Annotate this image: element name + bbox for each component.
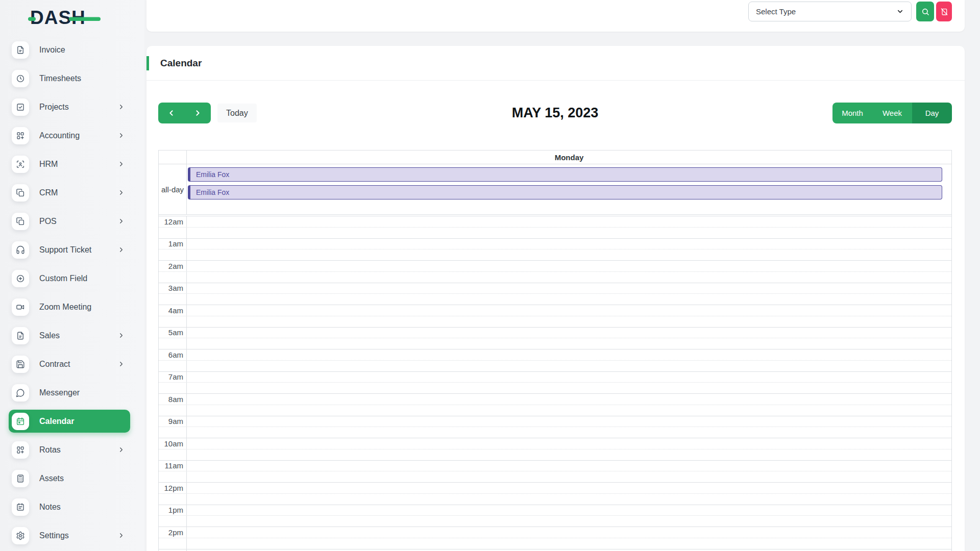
- all-day-event[interactable]: Emilia Fox: [188, 185, 942, 199]
- sidebar-item-contract[interactable]: Contract: [9, 353, 130, 375]
- sidebar-item-calendar[interactable]: Calendar: [9, 410, 130, 433]
- time-slot-cell[interactable]: [187, 427, 951, 438]
- time-slot-cell[interactable]: [187, 494, 951, 505]
- time-label: [159, 494, 187, 505]
- sidebar-item-projects[interactable]: Projects: [9, 95, 130, 118]
- prev-day-button[interactable]: [158, 103, 185, 123]
- time-slot-cell[interactable]: [187, 228, 951, 238]
- card-body: Today MAY 15, 2023 MonthWeekDay Monday a…: [146, 81, 965, 551]
- time-slot-row: [159, 516, 951, 527]
- time-label: [159, 272, 187, 283]
- chevron-left-icon: [167, 109, 176, 117]
- calendar-card: Calendar Today MAY 15, 2023 MonthWeekDay: [146, 46, 965, 551]
- time-slot-cell[interactable]: [187, 438, 951, 449]
- sidebar-item-pos[interactable]: POS: [9, 210, 130, 233]
- chevron-right-icon: [117, 103, 125, 111]
- card-header: Calendar: [146, 46, 965, 81]
- sidebar-item-label: HRM: [39, 160, 117, 169]
- sidebar-item-invoice[interactable]: Invoice: [9, 38, 130, 61]
- sidebar-item-timesheets[interactable]: Timesheets: [9, 67, 130, 90]
- time-label: [159, 249, 187, 260]
- sidebar-item-zoom-meeting[interactable]: Zoom Meeting: [9, 295, 130, 318]
- time-slot-row: [159, 272, 951, 283]
- sidebar-item-label: Calendar: [39, 417, 125, 426]
- time-slot-cell[interactable]: [187, 361, 951, 371]
- time-slot-cell[interactable]: [187, 383, 951, 393]
- sidebar-item-sales[interactable]: Sales: [9, 324, 130, 347]
- time-slot-row: [159, 405, 951, 416]
- time-slot-row: 1pm: [159, 505, 951, 516]
- time-slot-cell[interactable]: [187, 216, 951, 227]
- time-slot-cell[interactable]: [187, 239, 951, 249]
- sidebar-item-label: Accounting: [39, 131, 117, 140]
- search-icon: [921, 8, 929, 16]
- time-slot-cell[interactable]: [187, 461, 951, 471]
- time-slot-row: [159, 494, 951, 505]
- clear-filter-icon: [940, 8, 948, 16]
- time-slot-cell[interactable]: [187, 516, 951, 527]
- time-slot-cell[interactable]: [187, 305, 951, 316]
- sidebar-item-accounting[interactable]: Accounting: [9, 124, 130, 147]
- crm-icon: [12, 184, 29, 202]
- time-slot-cell[interactable]: [187, 316, 951, 327]
- all-day-events-area[interactable]: Emilia FoxEmilia Fox: [187, 164, 951, 214]
- search-button[interactable]: [916, 2, 934, 21]
- time-slot-cell[interactable]: [187, 394, 951, 405]
- time-label: 2am: [159, 261, 187, 271]
- dash-logo[interactable]: DASH: [28, 7, 105, 29]
- event-title: Emilia Fox: [196, 188, 229, 196]
- clear-filter-button[interactable]: [936, 2, 952, 21]
- select-type-dropdown[interactable]: Select Type: [748, 2, 912, 21]
- time-label: [159, 228, 187, 238]
- next-day-button[interactable]: [185, 103, 211, 123]
- sidebar-item-label: Settings: [39, 531, 117, 540]
- page-title: Calendar: [160, 58, 202, 69]
- time-slot-cell[interactable]: [187, 349, 951, 360]
- sidebar-item-hrm[interactable]: HRM: [9, 153, 130, 176]
- chevron-right-icon: [117, 446, 125, 454]
- notes-icon: [12, 498, 29, 516]
- sidebar-item-rotas[interactable]: Rotas: [9, 438, 130, 461]
- time-slot-cell[interactable]: [187, 328, 951, 338]
- time-slot-row: 5am: [159, 328, 951, 339]
- time-label: 6am: [159, 349, 187, 360]
- time-slot-cell[interactable]: [187, 338, 951, 349]
- time-slot-cell[interactable]: [187, 471, 951, 482]
- view-button-week[interactable]: Week: [872, 103, 912, 123]
- time-slot-cell[interactable]: [187, 416, 951, 427]
- time-slot-cell[interactable]: [187, 549, 951, 551]
- time-slot-cell[interactable]: [187, 261, 951, 271]
- time-slot-cell[interactable]: [187, 405, 951, 416]
- time-slot-cell[interactable]: [187, 527, 951, 538]
- time-slot-cell[interactable]: [187, 505, 951, 516]
- time-slot-row: [159, 249, 951, 261]
- date-nav-group: [158, 103, 211, 123]
- sidebar-item-crm[interactable]: CRM: [9, 181, 130, 204]
- view-switcher: MonthWeekDay: [832, 103, 952, 123]
- sidebar-item-label: Assets: [39, 474, 125, 483]
- time-label: 4am: [159, 305, 187, 316]
- time-slot-cell[interactable]: [187, 538, 951, 549]
- time-slot-cell[interactable]: [187, 372, 951, 383]
- sidebar-item-messenger[interactable]: Messenger: [9, 381, 130, 404]
- sidebar-item-assets[interactable]: Assets: [9, 467, 130, 490]
- time-slot-cell[interactable]: [187, 249, 951, 260]
- view-button-day[interactable]: Day: [912, 103, 952, 123]
- time-slot-cell[interactable]: [187, 449, 951, 460]
- chevron-right-icon: [117, 160, 125, 168]
- sidebar-item-settings[interactable]: Settings: [9, 524, 130, 547]
- sidebar-item-custom-field[interactable]: Custom Field: [9, 267, 130, 290]
- view-button-month[interactable]: Month: [832, 103, 872, 123]
- sidebar-item-support-ticket[interactable]: Support Ticket: [9, 238, 130, 261]
- time-label: [159, 471, 187, 482]
- time-label: 5am: [159, 328, 187, 338]
- time-slot-cell[interactable]: [187, 294, 951, 305]
- time-slot-cell[interactable]: [187, 283, 951, 294]
- accounting-icon: [12, 127, 29, 144]
- sidebar-item-notes[interactable]: Notes: [9, 495, 130, 518]
- today-button[interactable]: Today: [217, 104, 257, 122]
- time-slot-cell[interactable]: [187, 272, 951, 283]
- support-ticket-icon: [12, 241, 29, 259]
- all-day-event[interactable]: Emilia Fox: [188, 167, 942, 182]
- time-slot-cell[interactable]: [187, 483, 951, 493]
